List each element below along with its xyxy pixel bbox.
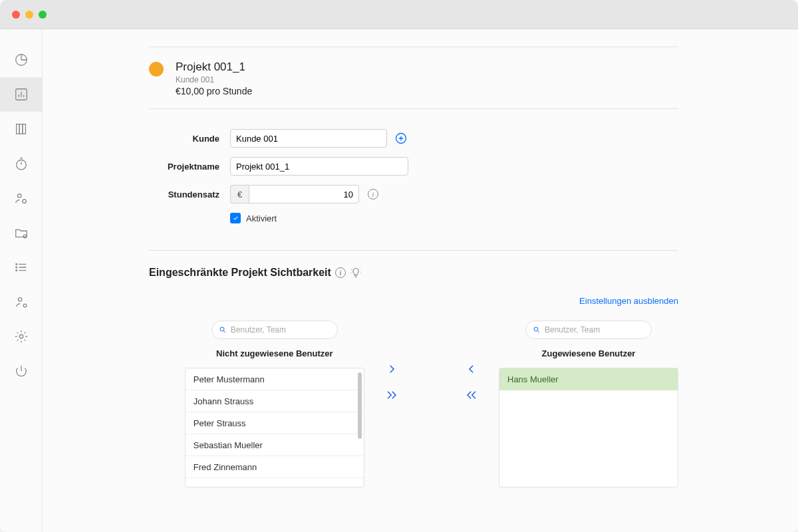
- svg-point-12: [18, 298, 22, 302]
- assigned-heading: Zugewiesene Benutzer: [542, 348, 636, 358]
- binders-icon: [14, 122, 29, 136]
- visibility-section-title: Eingeschränkte Projekt Sichtbarkeit i: [149, 267, 678, 279]
- svg-point-5: [16, 160, 26, 170]
- assigned-search[interactable]: [525, 321, 652, 339]
- stopwatch-icon: [14, 156, 29, 171]
- svg-point-13: [23, 304, 27, 307]
- transfer-buttons-back: [464, 321, 479, 403]
- unassigned-search-input[interactable]: [231, 325, 331, 334]
- sidebar-item-archive[interactable]: [0, 112, 43, 146]
- svg-point-16: [220, 327, 224, 331]
- svg-point-17: [534, 327, 538, 331]
- sidebar-item-reports[interactable]: [0, 77, 43, 112]
- sidebar-item-timer[interactable]: [0, 146, 43, 181]
- lightbulb-icon[interactable]: [350, 267, 362, 279]
- search-icon: [533, 326, 541, 334]
- folder-gear-icon: [14, 225, 29, 240]
- projectname-label: Projektname: [149, 162, 230, 172]
- project-client: Kunde 001: [176, 75, 252, 84]
- hourlyrate-input[interactable]: [249, 185, 359, 203]
- team-gear-icon: [14, 191, 29, 205]
- project-color-indicator: [149, 62, 164, 76]
- list-icon: [14, 260, 29, 275]
- svg-point-11: [15, 270, 17, 271]
- main-content: Projekt 001_1 Kunde 001 €10,00 pro Stund…: [43, 29, 798, 532]
- chevron-left-icon: [466, 363, 477, 375]
- unassigned-search[interactable]: [211, 321, 338, 339]
- hide-settings-link[interactable]: Einstellungen ausblenden: [579, 296, 678, 306]
- projectname-input[interactable]: [230, 157, 408, 176]
- activated-label: Aktiviert: [246, 213, 277, 223]
- bar-chart-icon: [14, 87, 29, 102]
- hourlyrate-label: Stundensatz: [149, 190, 230, 200]
- window-minimize-button[interactable]: [25, 11, 33, 19]
- project-header: Projekt 001_1 Kunde 001 €10,00 pro Stund…: [149, 54, 678, 108]
- gear-icon: [14, 329, 29, 344]
- checkmark-icon: [232, 215, 239, 221]
- double-chevron-left-icon: [464, 389, 479, 401]
- unassign-one-button[interactable]: [466, 363, 477, 377]
- svg-point-9: [15, 264, 17, 265]
- project-rate: €10,00 pro Stunde: [176, 86, 252, 96]
- list-item[interactable]: Hans Mueller: [499, 368, 678, 390]
- plus-circle-icon: [394, 132, 408, 145]
- info-icon: i: [368, 189, 378, 200]
- sidebar-item-list[interactable]: [0, 250, 43, 285]
- svg-rect-4: [22, 124, 25, 134]
- pie-chart-icon: [14, 53, 29, 67]
- assign-one-button[interactable]: [386, 363, 398, 377]
- hourlyrate-info-button[interactable]: i: [366, 187, 380, 201]
- svg-point-8: [23, 235, 27, 238]
- window-close-button[interactable]: [12, 11, 20, 19]
- unassigned-heading: Nicht zugewiesene Benutzer: [216, 348, 333, 358]
- unassigned-listbox[interactable]: Peter Mustermann Johann Strauss Peter St…: [185, 368, 364, 487]
- double-chevron-right-icon: [384, 389, 399, 401]
- svg-point-7: [22, 200, 26, 203]
- client-input[interactable]: [230, 129, 387, 148]
- svg-rect-2: [16, 124, 19, 134]
- sidebar-item-dashboard[interactable]: [0, 43, 43, 77]
- search-icon: [219, 326, 227, 334]
- sidebar-item-user-settings[interactable]: [0, 285, 43, 319]
- svg-point-10: [15, 267, 17, 268]
- svg-point-14: [19, 334, 23, 338]
- svg-rect-3: [19, 124, 23, 134]
- unassign-all-button[interactable]: [464, 389, 479, 403]
- sidebar-item-power[interactable]: [0, 354, 43, 388]
- assigned-column: Zugewiesene Benutzer Hans Mueller: [499, 321, 678, 487]
- list-item[interactable]: Peter Mustermann: [186, 368, 364, 390]
- currency-symbol: €: [230, 185, 249, 203]
- unassigned-column: Nicht zugewiesene Benutzer Peter Musterm…: [185, 321, 364, 487]
- list-item[interactable]: Peter Strauss: [186, 412, 364, 434]
- add-client-button[interactable]: [394, 131, 408, 146]
- list-item[interactable]: Johann Strauss: [186, 390, 364, 412]
- window-zoom-button[interactable]: [39, 11, 47, 19]
- client-label: Kunde: [149, 134, 230, 144]
- list-item[interactable]: Sebastian Mueller: [186, 434, 364, 456]
- info-icon[interactable]: i: [335, 267, 346, 278]
- power-icon: [14, 364, 29, 378]
- svg-point-6: [17, 194, 21, 198]
- assigned-listbox[interactable]: Hans Mueller: [499, 368, 678, 487]
- user-gear-icon: [14, 295, 29, 309]
- transfer-buttons: [384, 321, 399, 403]
- sidebar-item-folder-settings[interactable]: [0, 215, 43, 250]
- chevron-right-icon: [386, 363, 398, 375]
- sidebar-item-team-settings[interactable]: [0, 181, 43, 215]
- sidebar-item-settings[interactable]: [0, 319, 43, 354]
- assigned-search-input[interactable]: [545, 325, 644, 334]
- activated-checkbox[interactable]: [230, 213, 241, 223]
- assign-all-button[interactable]: [384, 389, 399, 403]
- sidebar: [0, 29, 43, 532]
- titlebar: [0, 0, 798, 29]
- scrollbar[interactable]: [358, 372, 362, 439]
- list-item[interactable]: Fred Zinnemann: [186, 456, 364, 478]
- app-window: Projekt 001_1 Kunde 001 €10,00 pro Stund…: [0, 0, 798, 532]
- user-assignment-panel: Nicht zugewiesene Benutzer Peter Musterm…: [149, 321, 678, 487]
- project-title: Projekt 001_1: [176, 61, 252, 74]
